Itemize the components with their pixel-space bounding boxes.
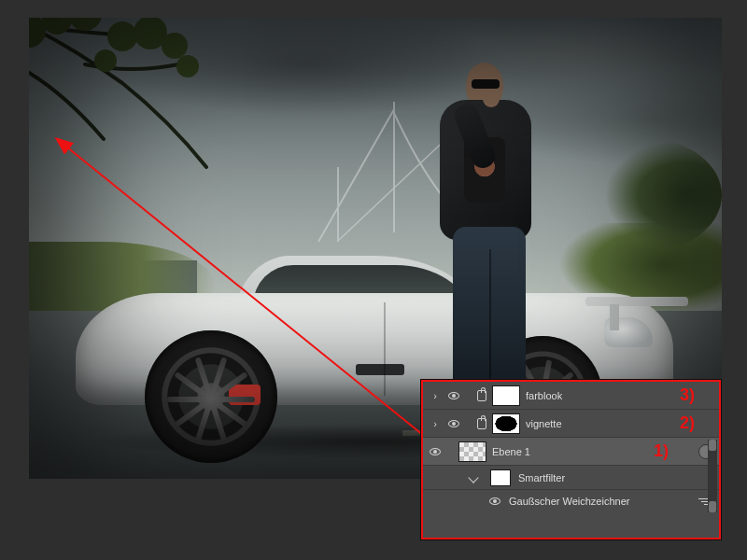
svg-point-2: [162, 33, 188, 59]
layer-row-ebene1[interactable]: Ebene 1 1): [423, 438, 719, 466]
filter-item-row[interactable]: Gaußscher Weichzeichner: [423, 490, 719, 512]
visibility-toggle[interactable]: [447, 418, 460, 429]
annotation-number: 2): [680, 413, 695, 433]
svg-point-6: [176, 55, 199, 77]
filter-mask-thumb[interactable]: [490, 469, 511, 486]
layer-mask-thumb[interactable]: [492, 413, 520, 434]
layer-row-farblook[interactable]: › farblook 3): [423, 382, 719, 410]
layer-mask-thumb[interactable]: [492, 385, 520, 406]
link-icon[interactable]: [477, 418, 486, 429]
photo-branches: [29, 18, 281, 242]
layers-panel[interactable]: › farblook 3) › vignette 2) Ebene 1 1) S…: [421, 380, 721, 539]
svg-point-4: [68, 18, 102, 31]
photo-trees: [572, 139, 722, 251]
smartfilter-row[interactable]: Smartfilter: [423, 466, 719, 490]
eye-icon: [448, 392, 459, 399]
svg-point-7: [94, 49, 117, 72]
visibility-toggle[interactable]: [429, 446, 442, 457]
annotation-number: 3): [680, 385, 695, 405]
visibility-toggle[interactable]: [488, 496, 501, 507]
svg-point-0: [107, 21, 137, 51]
eye-icon: [489, 497, 500, 505]
annotation-number: 1): [654, 441, 669, 461]
eye-icon: [430, 448, 441, 455]
eye-icon: [448, 420, 459, 427]
chevron-down-icon[interactable]: [468, 472, 478, 483]
smartfilter-label: Smartfilter: [518, 472, 565, 483]
expand-toggle[interactable]: ›: [429, 390, 442, 401]
scrollbar[interactable]: [708, 440, 717, 512]
svg-point-5: [29, 18, 46, 48]
filter-name[interactable]: Gaußscher Weichzeichner: [509, 496, 629, 507]
expand-toggle[interactable]: ›: [429, 418, 442, 429]
visibility-toggle[interactable]: [447, 390, 460, 401]
link-icon[interactable]: [477, 390, 486, 401]
layer-thumb[interactable]: [458, 441, 486, 462]
layer-row-vignette[interactable]: › vignette 2): [423, 410, 719, 438]
